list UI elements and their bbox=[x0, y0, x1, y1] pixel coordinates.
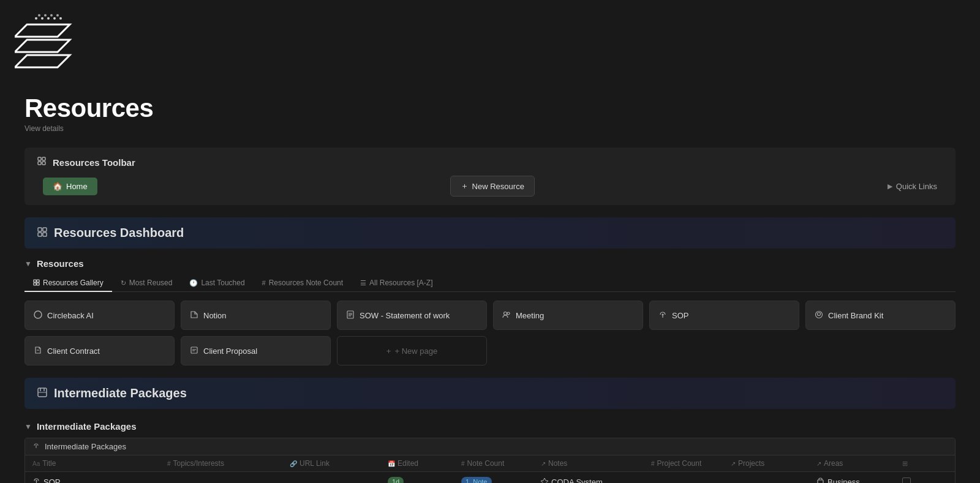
svg-rect-13 bbox=[42, 157, 45, 160]
new-page-plus-icon: + bbox=[386, 346, 391, 356]
tab-most-reused[interactable]: ↻ Most Reused bbox=[112, 275, 181, 292]
th-areas-label: Areas bbox=[824, 459, 843, 468]
row-checkbox[interactable] bbox=[902, 477, 911, 483]
gallery-card-sop-label: SOP bbox=[672, 311, 688, 320]
tab-resources-gallery[interactable]: Resources Gallery bbox=[24, 275, 112, 292]
th-edited-label: Edited bbox=[398, 459, 418, 468]
th-url-prefix: 🔗 bbox=[290, 460, 297, 467]
gallery-card-circleback[interactable]: Circleback AI bbox=[24, 301, 175, 330]
notion-icon bbox=[190, 310, 198, 321]
svg-marker-44 bbox=[541, 478, 548, 484]
svg-rect-21 bbox=[37, 280, 39, 282]
th-title-prefix: Aa bbox=[32, 460, 40, 467]
packages-body: ▼ Intermediate Packages bbox=[24, 421, 956, 432]
packages-subsection-label: Intermediate Packages bbox=[37, 421, 137, 432]
svg-rect-16 bbox=[38, 228, 42, 231]
areas-value: Business bbox=[827, 477, 860, 484]
areas-icon bbox=[816, 477, 824, 483]
resources-tabs-row: Resources Gallery ↻ Most Reused 🕐 Last T… bbox=[24, 275, 956, 292]
table-row: SOP 1d 1 Note CODA System bbox=[25, 472, 955, 483]
resources-section-label: Resources bbox=[37, 258, 84, 269]
svg-rect-20 bbox=[34, 280, 36, 282]
th-notes-label: Notes bbox=[548, 459, 567, 468]
home-button[interactable]: 🏠 Home bbox=[43, 178, 97, 195]
svg-point-32 bbox=[818, 312, 821, 315]
th-notes-prefix: ↗ bbox=[541, 460, 546, 467]
tab-touched-label: Last Touched bbox=[201, 279, 244, 287]
table-sub-label: Intermediate Packages bbox=[45, 442, 126, 451]
gallery-card-sow[interactable]: SOW - Statement of work bbox=[337, 301, 487, 330]
th-areas: ↗ Areas bbox=[809, 455, 895, 471]
gallery-card-client-brand-label: Client Brand Kit bbox=[828, 311, 883, 320]
page-header: Resources View details bbox=[0, 88, 980, 135]
tab-touched-icon: 🕐 bbox=[189, 279, 198, 287]
table-sub-header: Intermediate Packages bbox=[25, 438, 955, 455]
tab-note-label: Resources Note Count bbox=[269, 279, 343, 287]
svg-point-5 bbox=[47, 17, 50, 20]
td-title-text: SOP bbox=[43, 477, 60, 484]
table-header-row: Aa Title # Topics/Interests 🔗 URL Link 📅… bbox=[25, 455, 955, 472]
toolbar-title: Resources Toolbar bbox=[53, 157, 135, 168]
th-title-label: Title bbox=[42, 459, 56, 468]
svg-point-4 bbox=[41, 17, 43, 20]
sop-icon bbox=[658, 310, 667, 321]
logo-area bbox=[0, 0, 86, 88]
svg-point-7 bbox=[59, 17, 62, 20]
gallery-card-client-brand[interactable]: Client Brand Kit bbox=[805, 301, 956, 330]
th-proj-label: Projects bbox=[738, 459, 764, 468]
td-projects bbox=[723, 477, 809, 483]
gallery-card-client-contract-label: Client Contract bbox=[47, 346, 100, 356]
th-title: Aa Title bbox=[25, 455, 160, 471]
gallery-card-client-proposal[interactable]: Client Proposal bbox=[181, 336, 331, 365]
gallery-card-sop[interactable]: SOP bbox=[649, 301, 799, 330]
td-url bbox=[282, 477, 380, 483]
tab-all-icon: ☰ bbox=[360, 279, 366, 287]
tab-gallery-label: Resources Gallery bbox=[43, 279, 104, 287]
td-topics bbox=[160, 477, 282, 483]
gallery-card-client-contract[interactable]: Client Contract bbox=[24, 336, 175, 365]
svg-point-31 bbox=[662, 313, 664, 315]
dashboard-icon bbox=[37, 227, 48, 240]
td-areas: Business bbox=[809, 472, 895, 483]
new-page-card[interactable]: + + New page bbox=[337, 336, 487, 365]
plus-icon: ＋ bbox=[461, 181, 469, 192]
packages-collapse-arrow[interactable]: ▼ bbox=[24, 422, 32, 431]
th-project-count: # Project Count bbox=[644, 455, 723, 471]
client-contract-icon bbox=[34, 346, 42, 356]
client-proposal-icon bbox=[190, 346, 198, 356]
tab-last-touched[interactable]: 🕐 Last Touched bbox=[181, 275, 253, 292]
packages-header: Intermediate Packages bbox=[37, 386, 943, 400]
th-pc-label: Project Count bbox=[657, 459, 702, 468]
th-notes: ↗ Notes bbox=[533, 455, 644, 471]
svg-marker-2 bbox=[15, 55, 70, 67]
th-proj-prefix: ↗ bbox=[731, 460, 736, 467]
th-edited: 📅 Edited bbox=[380, 455, 454, 471]
toolbar-section: Resources Toolbar 🏠 Home ＋ New Resource … bbox=[24, 148, 956, 205]
th-note-prefix: # bbox=[461, 460, 465, 467]
td-note-count: 1 Note bbox=[454, 472, 533, 483]
gallery-card-meeting[interactable]: Meeting bbox=[493, 301, 643, 330]
gallery-card-notion[interactable]: Notion bbox=[181, 301, 331, 330]
svg-point-8 bbox=[38, 14, 40, 17]
th-areas-prefix: ↗ bbox=[816, 460, 821, 467]
new-resource-button[interactable]: ＋ New Resource bbox=[450, 176, 535, 197]
tab-all-resources[interactable]: ☰ All Resources [A-Z] bbox=[352, 275, 441, 292]
packages-subsection-row: ▼ Intermediate Packages bbox=[24, 421, 956, 432]
th-action-icon: ⊞ bbox=[902, 460, 908, 468]
resources-collapse-arrow[interactable]: ▼ bbox=[24, 260, 32, 268]
page-title: Resources bbox=[24, 94, 956, 123]
client-brand-icon bbox=[815, 310, 823, 321]
th-topics-label: Topics/Interests bbox=[173, 459, 224, 468]
view-details-link[interactable]: View details bbox=[24, 124, 956, 133]
quick-links[interactable]: ▶ Quick Links bbox=[888, 182, 937, 191]
td-project-count bbox=[644, 477, 723, 483]
tab-gallery-icon bbox=[33, 279, 40, 287]
svg-point-30 bbox=[507, 312, 510, 315]
svg-rect-22 bbox=[34, 283, 36, 285]
td-notes[interactable]: CODA System bbox=[533, 473, 644, 484]
note-label: Note bbox=[473, 478, 487, 483]
tab-note-count[interactable]: # Resources Note Count bbox=[254, 275, 352, 292]
td-title[interactable]: SOP bbox=[25, 472, 160, 483]
svg-rect-23 bbox=[37, 283, 39, 285]
svg-marker-0 bbox=[15, 24, 70, 37]
